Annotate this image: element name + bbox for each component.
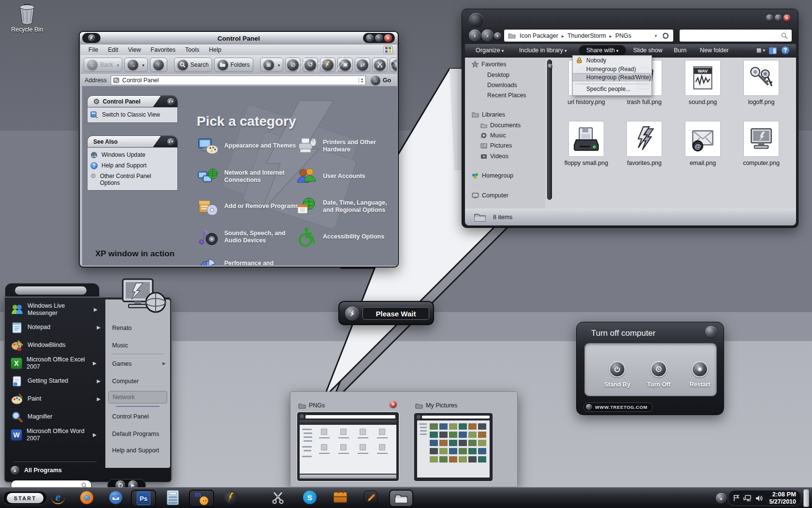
explorer-orb[interactable] [469, 13, 483, 28]
share-menu-homegroup-read[interactable]: Homegroup (Read) [573, 65, 652, 73]
category-sounds[interactable]: Sounds, Speech, and Audio Devices [197, 226, 301, 248]
change-view-button[interactable]: ▦ [756, 47, 765, 53]
nav-history-button[interactable]: ▾ [494, 32, 501, 40]
taskbar-thunderbird-icon[interactable] [109, 491, 122, 504]
taskbar-explorer-button[interactable] [389, 490, 413, 507]
file-label[interactable]: favorites.png [615, 160, 674, 166]
volume-icon[interactable] [755, 495, 763, 502]
folders-button[interactable]: Folders [214, 58, 253, 72]
sidebar-downloads[interactable]: Downloads [487, 82, 517, 89]
preview-title-pngs[interactable]: PNGs [309, 402, 325, 409]
breadcrumb-pngs[interactable]: PNGs [615, 32, 631, 39]
sidebar-recent-places[interactable]: Recent Places [487, 92, 526, 99]
burn-button[interactable]: Burn [674, 47, 686, 54]
preview-close-button[interactable]: ✕ [390, 401, 397, 408]
taskbar-ie-icon[interactable] [51, 491, 65, 504]
new-folder-button[interactable]: New folder [700, 47, 729, 54]
address-input[interactable]: Control Panel ▲▼ [111, 75, 366, 85]
category-printers[interactable]: Printers and Other Hardware [296, 135, 397, 157]
pane-header-control-panel[interactable]: ⚙ Control Panel ▲▼ [87, 95, 178, 107]
file-label[interactable]: trash full.png [615, 99, 674, 105]
content-scrollbar[interactable]: ● [547, 60, 552, 200]
file-email[interactable]: @ [685, 121, 721, 157]
share-with-button[interactable]: Share with [579, 45, 626, 56]
file-label[interactable]: computer.png [732, 160, 791, 166]
organize-button[interactable]: Organize [476, 47, 504, 54]
address-spin[interactable]: ▲▼ [359, 77, 363, 83]
help-icon[interactable] [782, 46, 789, 54]
taskbar-thunderstorm-icon[interactable] [224, 491, 238, 504]
start-right-default-programs[interactable]: Default Programs [112, 431, 159, 437]
share-menu-specific-people[interactable]: Specific people... [573, 84, 652, 94]
network-tray-icon[interactable] [743, 494, 752, 502]
start-item-magnifier[interactable]: Magnifier [7, 408, 104, 426]
toolbar-overflow-chevron[interactable]: » [391, 60, 394, 67]
window-orb[interactable] [82, 33, 101, 43]
category-network[interactable]: Network and Internet Connections [197, 166, 301, 187]
start-item-word[interactable]: Microsoft Office Word 2007▶ [7, 426, 104, 444]
go-button[interactable]: → [371, 75, 380, 85]
sidebar-favorites[interactable]: Favorites [472, 61, 506, 68]
nav-back-button[interactable]: ‹ [469, 30, 481, 42]
preview-pane-icon[interactable] [769, 47, 777, 54]
start-right-user[interactable]: Renato [112, 325, 131, 331]
breadcrumb-thunderstorm[interactable]: ThunderStorm [567, 32, 606, 39]
breadcrumb-dropdown[interactable]: ▾ [654, 33, 657, 38]
refresh-icon[interactable] [662, 32, 669, 40]
menu-tools[interactable]: Tools [185, 46, 199, 53]
pane-toggle-button[interactable]: ▲▼ [167, 138, 174, 146]
search-button[interactable]: Search [174, 58, 212, 72]
category-add-remove[interactable]: Add or Remove Programs [197, 196, 301, 217]
action-center-flag-icon[interactable] [733, 494, 740, 502]
preview-window-pngs[interactable] [297, 412, 399, 481]
search-box[interactable] [679, 29, 792, 42]
preview-title-my-pictures[interactable]: My Pictures [426, 402, 457, 409]
pane-header-see-also[interactable]: See Also ▲▼ [87, 135, 178, 148]
start-item-getting-started[interactable]: Getting Started▶ [7, 372, 104, 390]
sidebar-pictures[interactable]: Pictures [480, 142, 512, 149]
start-right-control-panel[interactable]: Control Panel [112, 413, 149, 420]
tray-expand-button[interactable]: ▲ [716, 493, 726, 504]
up-button[interactable]: ↑ [150, 58, 167, 72]
close-button[interactable]: ✕ [783, 15, 790, 21]
start-item-windowblinds[interactable]: WindowBlinds [7, 336, 104, 354]
include-in-library-button[interactable]: Include in library [519, 47, 567, 54]
sidebar-music[interactable]: Music [480, 132, 506, 139]
taskbar-calculator-icon[interactable] [167, 490, 179, 505]
sidebar-homegroup[interactable]: Homegroup [472, 172, 513, 179]
file-computer[interactable] [743, 121, 779, 157]
nav-forward-button[interactable]: › [481, 30, 493, 42]
start-right-network[interactable]: Network [108, 391, 167, 403]
breadcrumb-icon-packager[interactable]: Icon Packager [520, 32, 558, 39]
taskbar-firefox-icon[interactable] [80, 491, 93, 504]
cut-button[interactable] [372, 58, 388, 72]
sidebar-libraries[interactable]: Libraries [472, 111, 505, 118]
file-label[interactable]: floppy small.png [557, 160, 616, 166]
maximize-button[interactable]: ▫ [375, 34, 383, 42]
windows-update-item[interactable]: Windows Update [90, 151, 174, 159]
file-floppy-small[interactable] [568, 121, 604, 157]
forward-button[interactable]: → [124, 58, 148, 72]
menu-favorites[interactable]: Favorites [151, 46, 175, 53]
sidebar-videos[interactable]: Videos [480, 153, 508, 160]
file-label[interactable]: email.png [673, 160, 732, 166]
start-right-music[interactable]: Music [112, 342, 128, 349]
stand-by-button[interactable] [609, 361, 625, 377]
go-label[interactable]: Go [383, 77, 391, 84]
menu-view[interactable]: View [128, 46, 141, 53]
slide-show-button[interactable]: Slide show [633, 47, 662, 54]
pane-toggle-button[interactable]: ▲▼ [167, 98, 174, 105]
taskbar-mirc-button[interactable] [189, 490, 214, 507]
category-performance[interactable]: Performance and Maintenance [197, 256, 301, 266]
file-logoff[interactable] [743, 60, 779, 96]
menu-help[interactable]: Help [209, 46, 221, 53]
help-support-item[interactable]: ? Help and Support [90, 162, 174, 169]
share-menu-homegroup-rw[interactable]: Homegroup (Read/Write) [573, 73, 652, 81]
file-label[interactable]: url history.png [557, 99, 616, 105]
category-datetime[interactable]: Date, Time, Language, and Regional Optio… [296, 196, 397, 217]
file-label[interactable]: logoff.png [732, 99, 791, 105]
maximize-button[interactable]: ▫ [775, 15, 782, 21]
restart-button[interactable] [692, 361, 708, 377]
category-user-accounts[interactable]: User Accounts [296, 166, 397, 187]
back-button[interactable]: ←Back [84, 58, 122, 72]
